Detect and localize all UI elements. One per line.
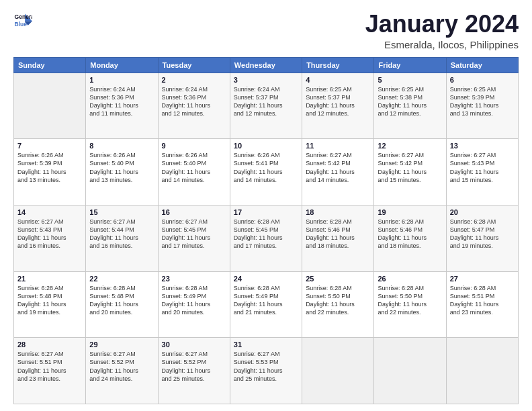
- day-number: 9: [162, 142, 226, 150]
- day-info: Sunrise: 6:24 AMSunset: 5:37 PMDaylight:…: [234, 85, 298, 118]
- day-number: 24: [234, 275, 298, 283]
- day-info: Sunrise: 6:28 AMSunset: 5:49 PMDaylight:…: [234, 284, 298, 317]
- calendar-cell: 16Sunrise: 6:27 AMSunset: 5:45 PMDayligh…: [158, 205, 230, 271]
- calendar-cell: 7Sunrise: 6:26 AMSunset: 5:39 PMDaylight…: [14, 139, 86, 205]
- calendar-cell: 14Sunrise: 6:27 AMSunset: 5:43 PMDayligh…: [14, 205, 86, 271]
- day-number: 25: [306, 275, 370, 283]
- calendar-cell: 11Sunrise: 6:27 AMSunset: 5:42 PMDayligh…: [302, 139, 374, 205]
- day-info: Sunrise: 6:26 AMSunset: 5:40 PMDaylight:…: [89, 151, 154, 184]
- day-info: Sunrise: 6:28 AMSunset: 5:50 PMDaylight:…: [306, 284, 370, 317]
- calendar-week-4: 21Sunrise: 6:28 AMSunset: 5:48 PMDayligh…: [14, 271, 519, 338]
- day-info: Sunrise: 6:26 AMSunset: 5:39 PMDaylight:…: [17, 151, 82, 184]
- day-info: Sunrise: 6:26 AMSunset: 5:40 PMDaylight:…: [162, 151, 226, 184]
- calendar-cell: 6Sunrise: 6:25 AMSunset: 5:39 PMDaylight…: [446, 73, 518, 139]
- calendar-cell: 5Sunrise: 6:25 AMSunset: 5:38 PMDaylight…: [374, 73, 446, 139]
- day-number: 10: [234, 142, 298, 150]
- day-info: Sunrise: 6:28 AMSunset: 5:48 PMDaylight:…: [17, 284, 82, 317]
- day-info: Sunrise: 6:27 AMSunset: 5:52 PMDaylight:…: [162, 350, 226, 383]
- day-number: 4: [306, 76, 370, 84]
- day-info: Sunrise: 6:27 AMSunset: 5:43 PMDaylight:…: [17, 218, 82, 250]
- calendar-cell: 25Sunrise: 6:28 AMSunset: 5:50 PMDayligh…: [302, 271, 374, 338]
- day-info: Sunrise: 6:27 AMSunset: 5:43 PMDaylight:…: [450, 151, 515, 184]
- calendar-cell: 31Sunrise: 6:27 AMSunset: 5:53 PMDayligh…: [230, 338, 302, 404]
- day-info: Sunrise: 6:26 AMSunset: 5:41 PMDaylight:…: [234, 151, 298, 184]
- day-info: Sunrise: 6:27 AMSunset: 5:44 PMDaylight:…: [89, 218, 154, 250]
- day-number: 7: [17, 142, 82, 150]
- logo: General Blue: [13, 11, 32, 30]
- svg-text:General: General: [15, 13, 32, 20]
- day-number: 22: [89, 275, 154, 283]
- day-info: Sunrise: 6:24 AMSunset: 5:36 PMDaylight:…: [162, 85, 226, 118]
- day-number: 30: [162, 340, 226, 349]
- day-info: Sunrise: 6:27 AMSunset: 5:52 PMDaylight:…: [89, 350, 154, 383]
- calendar-cell: 19Sunrise: 6:28 AMSunset: 5:46 PMDayligh…: [374, 205, 446, 271]
- day-info: Sunrise: 6:28 AMSunset: 5:48 PMDaylight:…: [89, 284, 154, 317]
- day-number: 14: [17, 208, 82, 216]
- calendar-header-row: Sunday Monday Tuesday Wednesday Thursday…: [14, 57, 519, 73]
- calendar-cell: 3Sunrise: 6:24 AMSunset: 5:37 PMDaylight…: [230, 73, 302, 139]
- day-info: Sunrise: 6:28 AMSunset: 5:49 PMDaylight:…: [162, 284, 226, 317]
- header: General Blue January 2024 Esmeralda, Ilo…: [13, 11, 519, 50]
- col-sunday: Sunday: [14, 57, 86, 73]
- location: Esmeralda, Ilocos, Philippines: [365, 39, 519, 50]
- calendar-cell: 29Sunrise: 6:27 AMSunset: 5:52 PMDayligh…: [86, 338, 158, 404]
- day-number: 21: [17, 275, 82, 283]
- day-info: Sunrise: 6:27 AMSunset: 5:53 PMDaylight:…: [234, 350, 298, 383]
- calendar-cell: 8Sunrise: 6:26 AMSunset: 5:40 PMDaylight…: [86, 139, 158, 205]
- day-number: 8: [89, 142, 154, 150]
- calendar-cell: 17Sunrise: 6:28 AMSunset: 5:45 PMDayligh…: [230, 205, 302, 271]
- day-info: Sunrise: 6:27 AMSunset: 5:45 PMDaylight:…: [162, 218, 226, 250]
- day-number: 11: [306, 142, 370, 150]
- calendar-cell: 4Sunrise: 6:25 AMSunset: 5:37 PMDaylight…: [302, 73, 374, 139]
- day-number: 15: [89, 208, 154, 216]
- day-number: 3: [234, 76, 298, 84]
- calendar-cell: [14, 73, 86, 139]
- day-info: Sunrise: 6:24 AMSunset: 5:36 PMDaylight:…: [89, 85, 154, 118]
- svg-text:Blue: Blue: [15, 21, 28, 28]
- col-tuesday: Tuesday: [158, 57, 230, 73]
- day-info: Sunrise: 6:28 AMSunset: 5:47 PMDaylight:…: [450, 218, 515, 250]
- calendar-cell: 27Sunrise: 6:28 AMSunset: 5:51 PMDayligh…: [446, 271, 518, 338]
- day-number: 16: [162, 208, 226, 216]
- calendar-cell: 10Sunrise: 6:26 AMSunset: 5:41 PMDayligh…: [230, 139, 302, 205]
- calendar-cell: 2Sunrise: 6:24 AMSunset: 5:36 PMDaylight…: [158, 73, 230, 139]
- calendar-cell: 28Sunrise: 6:27 AMSunset: 5:51 PMDayligh…: [14, 338, 86, 404]
- col-wednesday: Wednesday: [230, 57, 302, 73]
- day-number: 26: [378, 275, 442, 283]
- day-number: 12: [378, 142, 442, 150]
- day-number: 29: [89, 340, 154, 349]
- page: General Blue January 2024 Esmeralda, Ilo…: [0, 0, 532, 411]
- calendar-cell: 18Sunrise: 6:28 AMSunset: 5:46 PMDayligh…: [302, 205, 374, 271]
- calendar-cell: 26Sunrise: 6:28 AMSunset: 5:50 PMDayligh…: [374, 271, 446, 338]
- logo-icon: General Blue: [13, 11, 32, 30]
- day-info: Sunrise: 6:25 AMSunset: 5:37 PMDaylight:…: [306, 85, 370, 118]
- col-thursday: Thursday: [302, 57, 374, 73]
- calendar-cell: [446, 338, 518, 404]
- col-saturday: Saturday: [446, 57, 518, 73]
- day-info: Sunrise: 6:25 AMSunset: 5:38 PMDaylight:…: [378, 85, 442, 118]
- calendar-cell: 24Sunrise: 6:28 AMSunset: 5:49 PMDayligh…: [230, 271, 302, 338]
- day-info: Sunrise: 6:25 AMSunset: 5:39 PMDaylight:…: [450, 85, 515, 118]
- calendar-cell: 21Sunrise: 6:28 AMSunset: 5:48 PMDayligh…: [14, 271, 86, 338]
- day-number: 20: [450, 208, 515, 216]
- day-number: 19: [378, 208, 442, 216]
- calendar-cell: 20Sunrise: 6:28 AMSunset: 5:47 PMDayligh…: [446, 205, 518, 271]
- calendar-table: Sunday Monday Tuesday Wednesday Thursday…: [13, 57, 519, 404]
- day-number: 6: [450, 76, 515, 84]
- day-number: 2: [162, 76, 226, 84]
- day-number: 18: [306, 208, 370, 216]
- calendar-cell: 15Sunrise: 6:27 AMSunset: 5:44 PMDayligh…: [86, 205, 158, 271]
- day-number: 5: [378, 76, 442, 84]
- day-info: Sunrise: 6:28 AMSunset: 5:46 PMDaylight:…: [378, 218, 442, 250]
- day-info: Sunrise: 6:28 AMSunset: 5:50 PMDaylight:…: [378, 284, 442, 317]
- day-number: 17: [234, 208, 298, 216]
- calendar-week-1: 1Sunrise: 6:24 AMSunset: 5:36 PMDaylight…: [14, 73, 519, 139]
- title-block: January 2024 Esmeralda, Ilocos, Philippi…: [365, 11, 519, 50]
- day-number: 27: [450, 275, 515, 283]
- day-info: Sunrise: 6:28 AMSunset: 5:46 PMDaylight:…: [306, 218, 370, 250]
- calendar-cell: 22Sunrise: 6:28 AMSunset: 5:48 PMDayligh…: [86, 271, 158, 338]
- month-title: January 2024: [365, 11, 519, 38]
- day-number: 31: [234, 340, 298, 349]
- day-info: Sunrise: 6:27 AMSunset: 5:51 PMDaylight:…: [17, 350, 82, 383]
- day-info: Sunrise: 6:27 AMSunset: 5:42 PMDaylight:…: [378, 151, 442, 184]
